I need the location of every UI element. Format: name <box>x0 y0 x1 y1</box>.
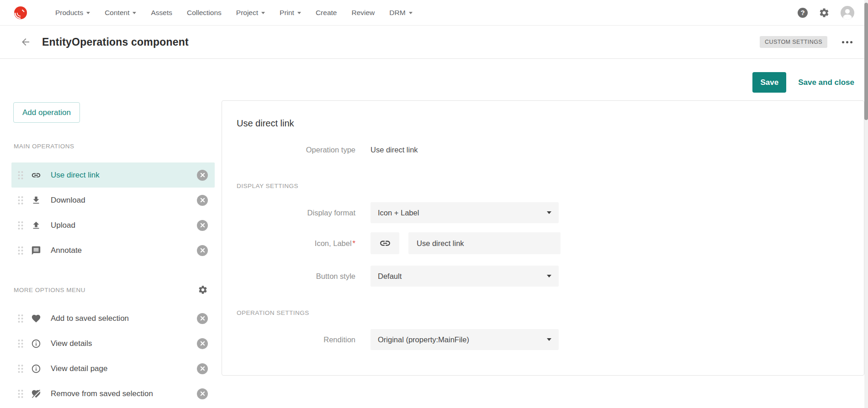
operation-item-add-to-saved-selection[interactable]: Add to saved selection <box>11 306 215 331</box>
nav-item-drm[interactable]: DRM <box>382 0 419 26</box>
label-input[interactable] <box>408 232 561 254</box>
app-logo-icon[interactable] <box>14 6 27 20</box>
operation-label: View details <box>51 339 92 348</box>
save-bar: Save Save and close <box>752 72 854 93</box>
rendition-dropdown[interactable]: Original (property:MainFile) <box>370 329 559 350</box>
top-nav: ProductsContentAssetsCollectionsProjectP… <box>0 0 868 26</box>
operation-item-annotate[interactable]: Annotate <box>11 238 215 263</box>
nav-item-assets[interactable]: Assets <box>143 0 180 26</box>
remove-operation-button[interactable] <box>197 338 208 349</box>
operation-item-view-detail-page[interactable]: View detail page <box>11 356 215 381</box>
remove-operation-button[interactable] <box>197 195 208 206</box>
required-indicator: * <box>353 239 355 247</box>
operation-item-download[interactable]: Download <box>11 188 215 213</box>
drag-handle[interactable] <box>17 246 24 256</box>
drag-dots-icon <box>17 220 24 230</box>
heart-off-icon <box>31 389 41 399</box>
close-icon <box>200 366 205 371</box>
remove-operation-button[interactable] <box>197 388 208 399</box>
nav-item-collections[interactable]: Collections <box>180 0 229 26</box>
section-title: MAIN OPERATIONS <box>14 143 74 150</box>
save-button[interactable]: Save <box>752 72 786 93</box>
panel-title: Use direct link <box>237 118 849 129</box>
operation-label: View detail page <box>51 364 107 373</box>
operation-label: Remove from saved selection <box>51 389 153 398</box>
remove-operation-button[interactable] <box>197 245 208 256</box>
scrollbar-thumb[interactable] <box>864 3 868 120</box>
drag-dots-icon <box>17 339 24 349</box>
info-icon <box>31 364 41 374</box>
nav-item-print[interactable]: Print <box>272 0 308 26</box>
content-area: Save Save and close Add operation MAIN O… <box>0 59 868 408</box>
operation-label: Annotate <box>51 246 82 255</box>
operation-item-upload[interactable]: Upload <box>11 213 215 238</box>
close-icon <box>200 173 205 178</box>
remove-operation-button[interactable] <box>197 170 208 181</box>
section-settings-gear-icon[interactable] <box>198 285 208 295</box>
drag-handle[interactable] <box>17 314 24 324</box>
operation-settings-section-title: OPERATION SETTINGS <box>237 309 849 316</box>
nav-item-create[interactable]: Create <box>308 0 344 26</box>
operation-label: Add to saved selection <box>51 314 129 323</box>
chevron-down-icon <box>547 338 551 341</box>
close-icon <box>200 223 205 228</box>
button-style-label: Button style <box>237 272 355 281</box>
operation-item-use-direct-link[interactable]: Use direct link <box>11 162 215 188</box>
close-icon <box>200 391 205 396</box>
drag-dots-icon <box>17 389 24 399</box>
close-icon <box>200 341 205 346</box>
chevron-down-icon <box>86 12 90 14</box>
chevron-down-icon <box>132 12 136 14</box>
page-header: EntityOperations component CUSTOM SETTIN… <box>0 26 868 59</box>
nav-right-actions: ? <box>798 6 868 20</box>
button-style-dropdown[interactable]: Default <box>370 266 559 287</box>
add-operation-button[interactable]: Add operation <box>13 102 80 123</box>
display-format-dropdown[interactable]: Icon + Label <box>370 202 559 223</box>
operation-item-remove-from-saved-selection[interactable]: Remove from saved selection <box>11 381 215 406</box>
drag-handle[interactable] <box>17 220 24 230</box>
operation-item-view-details[interactable]: View details <box>11 331 215 356</box>
link-icon <box>31 170 41 180</box>
info-icon <box>31 339 41 349</box>
drag-handle[interactable] <box>17 339 24 349</box>
icon-label-label: Icon, Label* <box>237 239 355 248</box>
drag-dots-icon <box>17 246 24 256</box>
help-icon[interactable]: ? <box>798 8 808 18</box>
nav-item-review[interactable]: Review <box>344 0 382 26</box>
drag-dots-icon <box>17 170 24 180</box>
save-and-close-button[interactable]: Save and close <box>798 78 854 87</box>
section-header-main-operations: MAIN OPERATIONS <box>11 143 215 150</box>
nav-item-content[interactable]: Content <box>97 0 143 26</box>
remove-operation-button[interactable] <box>197 363 208 374</box>
download-icon <box>31 195 41 205</box>
drag-handle[interactable] <box>17 170 24 180</box>
drag-handle[interactable] <box>17 364 24 374</box>
icon-picker-button[interactable] <box>370 232 399 254</box>
chevron-down-icon <box>261 12 265 14</box>
nav-item-project[interactable]: Project <box>229 0 272 26</box>
drag-handle[interactable] <box>17 389 24 399</box>
back-arrow-icon[interactable] <box>20 37 31 47</box>
drag-dots-icon <box>17 314 24 324</box>
page-title: EntityOperations component <box>42 36 189 48</box>
more-menu-icon[interactable] <box>841 38 853 46</box>
nav-item-products[interactable]: Products <box>48 0 97 26</box>
close-icon <box>200 198 205 203</box>
annotate-icon <box>31 246 41 256</box>
chevron-down-icon <box>547 275 551 277</box>
chevron-down-icon <box>547 211 551 214</box>
operation-type-label: Operation type <box>237 146 355 154</box>
operation-label: Download <box>51 196 85 205</box>
remove-operation-button[interactable] <box>197 220 208 231</box>
heart-icon <box>31 314 41 324</box>
user-avatar[interactable] <box>841 6 854 20</box>
drag-handle[interactable] <box>17 195 24 205</box>
remove-operation-button[interactable] <box>197 313 208 324</box>
gear-icon <box>198 285 208 295</box>
operations-sidebar: Add operation MAIN OPERATIONSUse direct … <box>11 102 215 406</box>
scrollbar-track <box>864 0 868 408</box>
section-header-more-options-menu: MORE OPTIONS MENU <box>11 285 215 295</box>
close-icon <box>200 248 205 253</box>
nav-menu: ProductsContentAssetsCollectionsProjectP… <box>48 0 420 26</box>
settings-icon[interactable] <box>819 7 830 18</box>
